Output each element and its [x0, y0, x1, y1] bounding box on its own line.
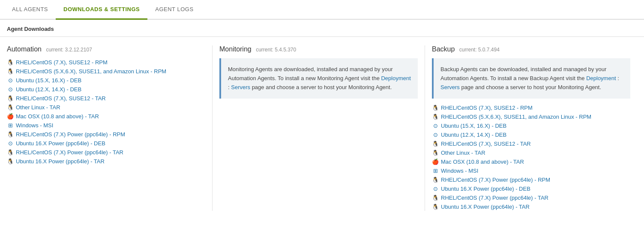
- linux-icon: 🐧: [432, 114, 439, 120]
- backup-download-link[interactable]: 🍎Mac OSX (10.8 and above) - TAR: [432, 158, 630, 166]
- automation-download-link[interactable]: 🐧RHEL/CentOS (7.X) Power (ppc64le) - TAR: [7, 148, 205, 156]
- ubuntu-icon: ⊙: [7, 77, 14, 84]
- link-text: Ubuntu 16.X Power (ppc64le) - TAR: [16, 158, 105, 165]
- linux-icon: 🐧: [432, 105, 439, 111]
- link-text: RHEL/CentOS (7.X), SUSE12 - RPM: [441, 105, 533, 111]
- backup-download-link[interactable]: 🐧Ubuntu 16.X Power (ppc64le) - TAR: [432, 203, 630, 211]
- linux-icon: 🐧: [432, 195, 439, 201]
- windows-icon: ⊞: [432, 168, 439, 174]
- link-text: Windows - MSI: [441, 168, 478, 174]
- backup-download-link[interactable]: 🐧Other Linux - TAR: [432, 149, 630, 157]
- windows-icon: ⊞: [7, 122, 14, 129]
- link-text: RHEL/CentOS (7.X), SUSE12 - TAR: [16, 95, 106, 102]
- backup-servers-link[interactable]: Servers: [440, 84, 460, 90]
- backup-version: current: 5.0.7.494: [459, 47, 500, 53]
- backup-download-link[interactable]: 🐧RHEL/CentOS (5.X,6.X), SUSE11, and Amaz…: [432, 113, 630, 121]
- automation-links: 🐧RHEL/CentOS (7.X), SUSE12 - RPM🐧RHEL/Ce…: [7, 58, 205, 165]
- backup-download-link[interactable]: ⊞Windows - MSI: [432, 167, 630, 175]
- backup-info-box: Backup Agents can be downloaded, install…: [432, 58, 630, 99]
- link-text: Ubuntu (15.X, 16.X) - DEB: [16, 77, 81, 84]
- linux-icon: 🐧: [7, 131, 14, 138]
- backup-column: Backup current: 5.0.7.494 Backup Agents …: [432, 45, 637, 211]
- link-text: RHEL/CentOS (7.X) Power (ppc64le) - RPM: [441, 177, 550, 183]
- linux-icon: 🐧: [7, 95, 14, 102]
- monitoring-title: Monitoring current: 5.4.5.370: [219, 45, 418, 53]
- columns-container: Automation current: 3.2.12.2107 🐧RHEL/Ce…: [7, 45, 637, 211]
- link-text: RHEL/CentOS (7.X) Power (ppc64le) - RPM: [16, 131, 125, 138]
- monitoring-deployment-link[interactable]: Deployment: [381, 75, 410, 81]
- link-text: Windows - MSI: [16, 122, 53, 129]
- backup-title: Backup current: 5.0.7.494: [432, 45, 630, 53]
- automation-download-link[interactable]: ⊙Ubuntu (15.X, 16.X) - DEB: [7, 76, 205, 84]
- monitoring-servers-link[interactable]: Servers: [231, 84, 250, 90]
- automation-column: Automation current: 3.2.12.2107 🐧RHEL/Ce…: [7, 45, 213, 211]
- tab-bar: ALL AGENTS DOWNLOADS & SETTINGS AGENT LO…: [0, 0, 644, 20]
- section-header: Agent Downloads: [0, 20, 644, 37]
- link-text: RHEL/CentOS (7.X) Power (ppc64le) - TAR: [16, 149, 123, 156]
- link-text: RHEL/CentOS (5.X,6.X), SUSE11, and Amazo…: [16, 68, 166, 75]
- link-text: RHEL/CentOS (7.X), SUSE12 - RPM: [16, 59, 108, 66]
- link-text: RHEL/CentOS (5.X,6.X), SUSE11, and Amazo…: [441, 114, 591, 120]
- monitoring-version: current: 5.4.5.370: [256, 47, 296, 53]
- backup-download-link[interactable]: ⊙Ubuntu 16.X Power (ppc64le) - DEB: [432, 185, 630, 193]
- link-text: Mac OSX (10.8 and above) - TAR: [16, 113, 99, 120]
- monitoring-info-box: Monitoring Agents are downloaded, instal…: [219, 58, 418, 99]
- automation-download-link[interactable]: 🐧Other Linux - TAR: [7, 103, 205, 111]
- link-text: RHEL/CentOS (7.X), SUSE12 - TAR: [441, 141, 531, 147]
- automation-download-link[interactable]: ⊞Windows - MSI: [7, 121, 205, 129]
- backup-download-link[interactable]: 🐧RHEL/CentOS (7.X) Power (ppc64le) - TAR: [432, 194, 630, 202]
- automation-download-link[interactable]: ⊙Ubuntu (12.X, 14.X) - DEB: [7, 85, 205, 93]
- link-text: RHEL/CentOS (7.X) Power (ppc64le) - TAR: [441, 195, 548, 201]
- automation-download-link[interactable]: ⊙Ubuntu 16.X Power (ppc64le) - DEB: [7, 139, 205, 147]
- automation-download-link[interactable]: 🐧RHEL/CentOS (5.X,6.X), SUSE11, and Amaz…: [7, 67, 205, 75]
- linux-icon: 🐧: [432, 204, 439, 210]
- apple-icon: 🍎: [7, 113, 14, 120]
- linux-icon: 🐧: [432, 141, 439, 147]
- ubuntu-icon: ⊙: [432, 132, 439, 138]
- linux-icon: 🐧: [7, 158, 14, 165]
- tab-downloads-settings[interactable]: DOWNLOADS & SETTINGS: [56, 0, 147, 20]
- ubuntu-icon: ⊙: [432, 123, 439, 129]
- link-text: Ubuntu 16.X Power (ppc64le) - DEB: [441, 186, 530, 192]
- backup-download-link[interactable]: 🐧RHEL/CentOS (7.X), SUSE12 - RPM: [432, 104, 630, 112]
- ubuntu-icon: ⊙: [7, 86, 14, 93]
- tab-all-agents[interactable]: ALL AGENTS: [4, 0, 56, 20]
- ubuntu-icon: ⊙: [7, 140, 14, 147]
- link-text: Mac OSX (10.8 and above) - TAR: [441, 159, 524, 165]
- backup-download-link[interactable]: ⊙Ubuntu (15.X, 16.X) - DEB: [432, 122, 630, 130]
- automation-title: Automation current: 3.2.12.2107: [7, 45, 205, 53]
- automation-version: current: 3.2.12.2107: [46, 47, 92, 53]
- backup-deployment-link[interactable]: Deployment: [586, 75, 616, 81]
- backup-download-link[interactable]: 🐧RHEL/CentOS (7.X) Power (ppc64le) - RPM: [432, 176, 630, 184]
- monitoring-column: Monitoring current: 5.4.5.370 Monitoring…: [219, 45, 425, 211]
- automation-download-link[interactable]: 🍎Mac OSX (10.8 and above) - TAR: [7, 112, 205, 120]
- linux-icon: 🐧: [7, 149, 14, 156]
- link-text: Ubuntu (12.X, 14.X) - DEB: [16, 86, 81, 93]
- link-text: Ubuntu (12.X, 14.X) - DEB: [441, 132, 506, 138]
- link-text: Ubuntu 16.X Power (ppc64le) - DEB: [16, 140, 105, 147]
- linux-icon: 🐧: [432, 177, 439, 183]
- link-text: Ubuntu 16.X Power (ppc64le) - TAR: [441, 204, 530, 210]
- automation-download-link[interactable]: 🐧RHEL/CentOS (7.X), SUSE12 - RPM: [7, 58, 205, 66]
- automation-download-link[interactable]: 🐧Ubuntu 16.X Power (ppc64le) - TAR: [7, 157, 205, 165]
- content-area: Automation current: 3.2.12.2107 🐧RHEL/Ce…: [0, 37, 644, 219]
- linux-icon: 🐧: [432, 150, 439, 156]
- automation-download-link[interactable]: 🐧RHEL/CentOS (7.X) Power (ppc64le) - RPM: [7, 130, 205, 138]
- backup-download-link[interactable]: ⊙Ubuntu (12.X, 14.X) - DEB: [432, 131, 630, 139]
- tab-agent-logs[interactable]: AGENT LOGs: [147, 0, 201, 20]
- backup-download-link[interactable]: 🐧RHEL/CentOS (7.X), SUSE12 - TAR: [432, 140, 630, 148]
- apple-icon: 🍎: [432, 159, 439, 165]
- link-text: Other Linux - TAR: [441, 150, 485, 156]
- link-text: Other Linux - TAR: [16, 104, 60, 111]
- ubuntu-icon: ⊙: [432, 186, 439, 192]
- linux-icon: 🐧: [7, 104, 14, 111]
- link-text: Ubuntu (15.X, 16.X) - DEB: [441, 123, 506, 129]
- linux-icon: 🐧: [7, 59, 14, 66]
- linux-icon: 🐧: [7, 68, 14, 75]
- automation-download-link[interactable]: 🐧RHEL/CentOS (7.X), SUSE12 - TAR: [7, 94, 205, 102]
- backup-links: 🐧RHEL/CentOS (7.X), SUSE12 - RPM🐧RHEL/Ce…: [432, 104, 630, 211]
